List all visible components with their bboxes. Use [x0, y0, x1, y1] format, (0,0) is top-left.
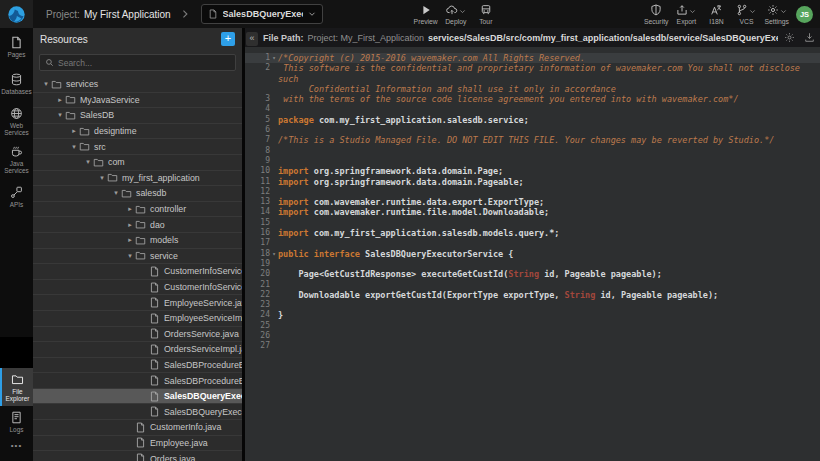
code-line: 2 This software is the confidential and …: [245, 63, 820, 94]
tree-item-label: service: [150, 251, 178, 261]
sidebar-item-label: Web Services: [1, 122, 33, 136]
sidebar-item-label: Logs: [1, 426, 33, 433]
tree-item-services[interactable]: ▾services: [33, 77, 242, 93]
tree-item-salesdb[interactable]: ▾salesdb: [33, 186, 242, 202]
tree-item-salesdbqueryexecutorservice-java[interactable]: SalesDBQueryExecutorService.java: [33, 389, 242, 405]
toolbar-action-label: I18N: [709, 18, 723, 25]
file-icon: [149, 297, 160, 308]
fold-marker-icon[interactable]: ▾: [270, 53, 278, 63]
tree-item-label: dao: [150, 220, 165, 230]
fold-marker-icon: [270, 125, 278, 135]
file-icon: [149, 406, 160, 417]
fold-marker-icon[interactable]: ▾: [270, 249, 278, 259]
code-text: with the terms of the source code licens…: [278, 94, 739, 104]
tree-item-ordersservice-java[interactable]: OrdersService.java: [33, 327, 242, 343]
line-number: 1: [245, 53, 270, 63]
tree-item-employeeservice-java[interactable]: EmployeeService.java: [33, 295, 242, 311]
sidebar-item-logs[interactable]: Logs: [0, 406, 33, 437]
project-breadcrumb[interactable]: Project: My First Application: [46, 9, 171, 20]
code-line: 27: [245, 341, 820, 351]
user-avatar[interactable]: JS: [796, 6, 813, 23]
tree-item-my-first-application[interactable]: ▾my_first_application: [33, 171, 242, 187]
tree-item-salesdbprocedureexecutorservice-java[interactable]: SalesDBProcedureExecutorService.java: [33, 358, 242, 374]
tour-button[interactable]: Tour: [471, 0, 501, 28]
sidebar-more-button[interactable]: •••: [0, 441, 33, 450]
toolbar-action-label: Deploy: [445, 18, 466, 25]
tree-item-models[interactable]: ▸models: [33, 233, 242, 249]
tree-item-customerinfo-java[interactable]: CustomerInfo.java: [33, 420, 242, 436]
line-number: 20: [245, 269, 270, 279]
add-resource-button[interactable]: +: [221, 32, 235, 46]
database-icon: [10, 73, 23, 86]
resources-title: Resources: [40, 34, 221, 45]
security-button[interactable]: Security: [641, 0, 672, 28]
line-number: 24: [245, 310, 270, 320]
tree-item-employeeserviceimpl-java[interactable]: EmployeeServiceImpl.java: [33, 311, 242, 327]
tree-item-label: Orders.java: [150, 454, 195, 461]
tree-item-myjavaservice[interactable]: ▸MyJavaService: [33, 93, 242, 109]
fold-marker-icon: [270, 197, 278, 207]
tree-item-label: CustomerInfo.java: [150, 422, 221, 432]
collapse-panel-button[interactable]: «: [246, 32, 258, 46]
code-line: 22 Downloadable exportGetCustId(ExportTy…: [245, 290, 820, 300]
tree-item-designtime[interactable]: ▸designtime: [33, 124, 242, 140]
tree-item-com[interactable]: ▾com: [33, 155, 242, 171]
file-tree: ▾services▸MyJavaService▾SalesDB▸designti…: [33, 77, 242, 461]
tree-item-customerinfoservice-java[interactable]: CustomerInfoService.java: [33, 264, 242, 280]
tree-caret-icon: ▾: [55, 111, 65, 119]
wavemaker-logo[interactable]: [0, 0, 33, 28]
tree-caret-icon: ▾: [125, 252, 135, 260]
sidebar-item-label: Databases: [1, 88, 33, 95]
sidebar-item-apis[interactable]: APIs: [0, 178, 33, 215]
settings-button[interactable]: Settings: [761, 0, 792, 28]
fold-marker-icon: [270, 310, 278, 320]
tree-item-customerinfoserviceimpl-java[interactable]: CustomerInfoServiceImpl.java: [33, 280, 242, 296]
tree-item-salesdb[interactable]: ▾SalesDB: [33, 108, 242, 124]
export-button[interactable]: Export: [671, 0, 701, 28]
sidebar-item-databases[interactable]: Databases: [0, 65, 33, 102]
tree-item-controller[interactable]: ▸controller: [33, 202, 242, 218]
play-icon: [420, 4, 432, 16]
code-area[interactable]: 1▾/*Copyright (c) 2015-2016 wavemaker.co…: [245, 47, 820, 455]
line-number: 2: [245, 63, 270, 94]
preview-button[interactable]: Preview: [411, 0, 441, 28]
file-icon: [149, 266, 160, 277]
sidebar-top-group: PagesDatabasesWeb ServicesJava ServicesA…: [0, 28, 33, 215]
file-icon: [135, 453, 146, 461]
fold-marker-icon: [270, 290, 278, 300]
code-line: 25: [245, 321, 820, 331]
tree-item-src[interactable]: ▾src: [33, 139, 242, 155]
download-file-icon[interactable]: [804, 32, 815, 43]
tree-item-label: src: [94, 142, 106, 152]
tree-item-salesdbprocedureexecutorserviceimpl-java[interactable]: SalesDBProcedureExecutorServiceImpl.java: [33, 373, 242, 389]
sidebar-item-web-services[interactable]: Web Services: [0, 102, 33, 140]
tree-item-orders-java[interactable]: Orders.java: [33, 451, 242, 461]
wavemaker-logo-icon: [7, 5, 26, 24]
editor-settings-icon[interactable]: [784, 32, 795, 43]
tree-item-dao[interactable]: ▸dao: [33, 217, 242, 233]
code-line: 20 Page<GetCustIdResponse> executeGetCus…: [245, 269, 820, 279]
tree-item-service[interactable]: ▾service: [33, 249, 242, 265]
tree-item-label: SalesDBQueryExecutorServiceImpl.java: [164, 407, 242, 417]
line-number: 6: [245, 125, 270, 135]
sidebar-item-java-services[interactable]: Java Services: [0, 140, 33, 178]
i18n-button[interactable]: I18N: [701, 0, 731, 28]
sidebar-separator: [0, 337, 33, 368]
deploy-button[interactable]: Deploy: [441, 0, 471, 28]
sidebar-item-file-explorer[interactable]: File Explorer: [0, 368, 33, 406]
sidebar-item-pages[interactable]: Pages: [0, 28, 33, 65]
line-number: 16: [245, 228, 270, 238]
folder-icon: [135, 250, 146, 261]
tree-item-salesdbqueryexecutorserviceimpl-java[interactable]: SalesDBQueryExecutorServiceImpl.java: [33, 404, 242, 420]
toolbar-action-label: Export: [677, 18, 697, 25]
fold-marker-icon: [270, 115, 278, 125]
search-input[interactable]: Search...: [39, 54, 236, 71]
code-text: This software is the confidential and pr…: [278, 63, 820, 94]
tree-item-ordersserviceimpl-java[interactable]: OrdersServiceImpl.java: [33, 342, 242, 358]
tree-caret-icon: ▸: [69, 127, 79, 135]
file-tab-dropdown[interactable]: SalesDBQueryExec...: [201, 4, 323, 24]
tree-item-employee-java[interactable]: Employee.java: [33, 436, 242, 452]
vcs-button[interactable]: VCS: [731, 0, 761, 28]
file-icon: [149, 282, 160, 293]
line-number: 19: [245, 259, 270, 269]
